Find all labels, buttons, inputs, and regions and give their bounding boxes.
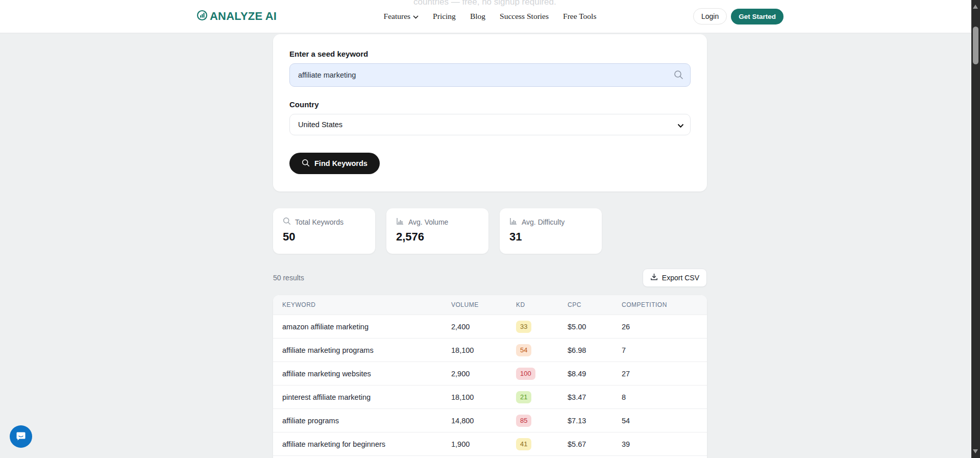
chat-bubble-icon <box>15 430 27 444</box>
find-keywords-label: Find Keywords <box>314 159 368 167</box>
cell-competition: 26 <box>622 323 698 331</box>
get-started-button[interactable]: Get Started <box>731 9 783 25</box>
cell-competition: 39 <box>622 440 698 448</box>
cell-keyword: affiliate marketing for beginners <box>282 440 451 448</box>
logo-text: ANALYZE AI <box>210 10 277 23</box>
table-row: affiliate marketing programs 18,100 54 $… <box>273 338 707 361</box>
cell-cpc: $5.00 <box>568 323 622 331</box>
scrollbar-thumb[interactable] <box>973 27 978 64</box>
table-row: affiliate marketing websites 2,900 100 $… <box>273 361 707 385</box>
nav-links: Features Pricing Blog Success Stories Fr… <box>384 12 597 21</box>
scrollbar[interactable] <box>971 0 980 458</box>
kd-badge: 41 <box>516 438 531 450</box>
results-count: 50 results <box>273 274 304 282</box>
cell-keyword: pinterest affiliate marketing <box>282 393 451 401</box>
stat-card-avg-volume: Avg. Volume 2,576 <box>386 208 488 254</box>
stat-card-avg-difficulty: Avg. Difficulty 31 <box>500 208 602 254</box>
export-csv-button[interactable]: Export CSV <box>643 269 707 287</box>
cell-volume: 18,100 <box>451 393 516 401</box>
scroll-up-arrow-icon[interactable] <box>973 5 978 9</box>
cell-keyword: affiliate programs <box>282 417 451 425</box>
cell-keyword: amazon affiliate marketing <box>282 323 451 331</box>
col-header-cpc: CPC <box>568 301 622 308</box>
kd-badge: 21 <box>516 391 531 403</box>
kd-badge: 54 <box>516 344 531 356</box>
cell-competition: 8 <box>622 393 698 401</box>
cell-cpc: $7.13 <box>568 417 622 425</box>
cell-volume: 2,900 <box>451 370 516 378</box>
country-select[interactable]: United States <box>289 114 691 135</box>
bar-chart-icon <box>396 217 404 227</box>
export-csv-label: Export CSV <box>662 274 699 282</box>
table-row-partial <box>273 455 707 458</box>
main-content: Enter a seed keyword Country United Stat… <box>273 34 707 458</box>
table-row: affiliate programs 14,800 85 $7.13 54 <box>273 408 707 432</box>
nav-item-success-stories[interactable]: Success Stories <box>500 12 549 21</box>
cell-volume: 2,400 <box>451 323 516 331</box>
table-row: amazon affiliate marketing 2,400 33 $5.0… <box>273 315 707 338</box>
navbar: countries — free, no signup required. AN… <box>0 0 980 33</box>
cell-keyword: affiliate marketing programs <box>282 346 451 354</box>
table-row: affiliate marketing for beginners 1,900 … <box>273 432 707 455</box>
cell-cpc: $8.49 <box>568 370 622 378</box>
logo[interactable]: ANALYZE AI <box>197 10 277 23</box>
cell-cpc: $5.67 <box>568 440 622 448</box>
nav-item-blog[interactable]: Blog <box>470 12 485 21</box>
cell-volume: 18,100 <box>451 346 516 354</box>
table-header-row: KEYWORD VOLUME KD CPC COMPETITION <box>273 295 707 315</box>
stat-value: 2,576 <box>396 230 479 244</box>
col-header-competition: COMPETITION <box>622 301 698 308</box>
keyword-search-card: Enter a seed keyword Country United Stat… <box>273 34 707 191</box>
cell-volume: 14,800 <box>451 417 516 425</box>
seed-keyword-label: Enter a seed keyword <box>289 50 691 58</box>
cell-competition: 27 <box>622 370 698 378</box>
table-row: pinterest affiliate marketing 18,100 21 … <box>273 385 707 408</box>
col-header-volume: VOLUME <box>451 301 516 308</box>
search-icon <box>674 70 683 82</box>
cell-cpc: $6.98 <box>568 346 622 354</box>
stat-card-total-keywords: Total Keywords 50 <box>273 208 375 254</box>
stat-label: Avg. Volume <box>408 218 448 226</box>
stats-row: Total Keywords 50 Avg. Volume 2,576 <box>273 208 707 254</box>
login-button[interactable]: Login <box>693 8 727 25</box>
kd-badge: 85 <box>516 415 531 427</box>
kd-badge: 100 <box>516 368 535 380</box>
nav-item-pricing[interactable]: Pricing <box>433 12 456 21</box>
cell-volume: 1,900 <box>451 440 516 448</box>
col-header-kd: KD <box>516 301 568 308</box>
stat-label: Avg. Difficulty <box>522 218 565 226</box>
download-icon <box>650 273 658 282</box>
chat-widget-button[interactable] <box>10 425 32 448</box>
cell-keyword: affiliate marketing websites <box>282 370 451 378</box>
kd-badge: 33 <box>516 321 531 333</box>
logo-chart-icon <box>197 10 208 23</box>
bar-chart-icon <box>509 217 518 227</box>
nav-item-free-tools[interactable]: Free Tools <box>563 12 596 21</box>
nav-item-label: Features <box>384 12 411 21</box>
search-icon <box>283 217 291 227</box>
stat-value: 50 <box>283 230 365 244</box>
search-icon <box>302 159 310 168</box>
keywords-table: KEYWORD VOLUME KD CPC COMPETITION amazon… <box>273 295 707 458</box>
country-label: Country <box>289 100 691 109</box>
seed-keyword-input[interactable] <box>289 63 691 87</box>
results-bar: 50 results Export CSV <box>273 269 707 287</box>
chevron-down-icon <box>413 12 419 21</box>
stat-value: 31 <box>509 230 592 244</box>
nav-item-features[interactable]: Features <box>384 12 419 21</box>
stat-label: Total Keywords <box>295 218 344 226</box>
find-keywords-button[interactable]: Find Keywords <box>289 153 380 174</box>
scroll-down-arrow-icon[interactable] <box>973 449 978 453</box>
cell-competition: 54 <box>622 417 698 425</box>
cell-competition: 7 <box>622 346 698 354</box>
cell-cpc: $3.47 <box>568 393 622 401</box>
col-header-keyword: KEYWORD <box>282 301 451 308</box>
